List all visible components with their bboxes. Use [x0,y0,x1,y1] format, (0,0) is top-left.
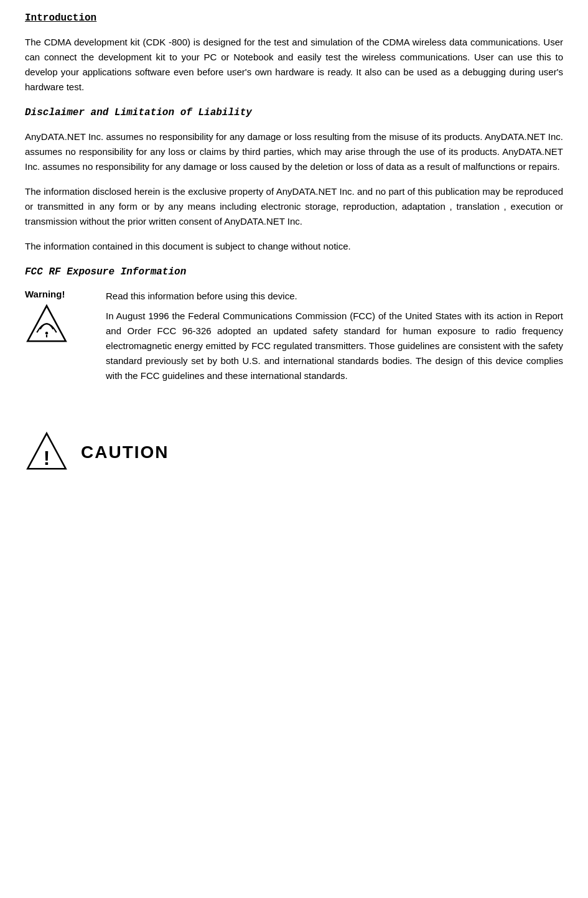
warning-block: Warning! Read this information before us… [25,289,563,393]
caution-label: CAUTION [81,442,169,462]
warning-left-col: Warning! [25,289,106,393]
warning-right-col: Read this information before using this … [106,289,563,393]
intro-body: The CDMA development kit (CDK -800) is d… [25,35,563,95]
intro-title-block: Introduction [25,12,563,24]
disclaimer-body1: AnyDATA.NET Inc. assumes no responsibili… [25,129,563,174]
disclaimer-body3: The information contained in this docume… [25,239,563,254]
fcc-title: FCC RF Exposure Information [25,266,563,278]
warning-body: In August 1996 the Federal Communication… [106,309,563,383]
disclaimer-title: Disclaimer and Limitation of Liability [25,107,563,118]
warning-first-line: Read this information before using this … [106,289,563,304]
warning-label: Warning! [25,289,65,299]
disclaimer-section: Disclaimer and Limitation of Liability A… [25,107,563,254]
svg-text:!: ! [44,447,50,469]
caution-icon: ! [25,431,68,474]
intro-title: Introduction [25,12,563,24]
svg-point-1 [45,332,48,334]
rf-warning-icon [25,303,68,347]
disclaimer-body2: The information disclosed herein is the … [25,184,563,229]
fcc-section: FCC RF Exposure Information Warning! Rea… [25,266,563,393]
caution-block: ! CAUTION [25,431,563,474]
